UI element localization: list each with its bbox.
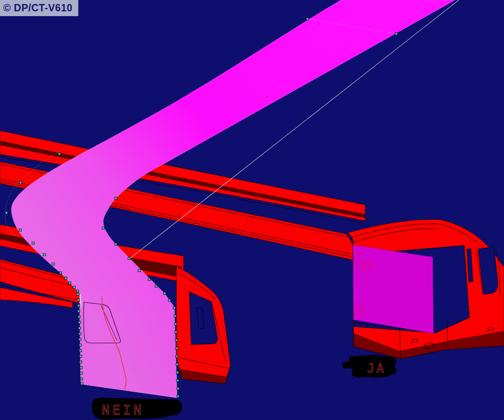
control-point-core xyxy=(164,293,165,294)
control-point-core xyxy=(307,19,308,19)
control-point-core xyxy=(80,350,81,351)
control-point-core xyxy=(78,299,79,300)
control-point-core xyxy=(396,33,397,34)
control-point-core xyxy=(177,364,178,365)
control-point-core xyxy=(81,378,82,379)
control-point-core xyxy=(176,332,176,333)
model-canvas[interactable]: NEIN JA xyxy=(0,0,504,420)
control-point-core xyxy=(20,230,21,231)
control-point-core xyxy=(6,212,7,213)
control-point-core xyxy=(81,367,82,368)
control-point-core xyxy=(60,272,61,273)
control-point-core xyxy=(80,362,81,362)
control-point-core xyxy=(177,372,178,373)
copyright-badge: © DP/CT-V610 xyxy=(0,0,78,16)
control-point-core xyxy=(178,388,178,389)
control-point-core xyxy=(175,324,176,324)
control-point-core xyxy=(176,356,177,357)
control-point-core xyxy=(44,254,45,255)
cad-viewport[interactable]: NEIN JA © DP/CT-V610 xyxy=(0,0,504,420)
control-point-core xyxy=(53,264,54,264)
control-point-core xyxy=(82,383,82,384)
flange-panel-ja[interactable] xyxy=(353,245,433,333)
control-point-core xyxy=(20,182,21,183)
control-point-core xyxy=(59,154,60,154)
control-point-core xyxy=(115,244,116,245)
control-point-core xyxy=(81,373,82,374)
control-point-core xyxy=(74,287,75,288)
control-point-core xyxy=(177,380,178,381)
control-point-core xyxy=(33,243,33,243)
control-point-core xyxy=(78,305,79,306)
control-point-core xyxy=(78,311,79,312)
control-point-core xyxy=(69,283,70,283)
control-point-core xyxy=(175,316,176,316)
control-point-core xyxy=(77,294,78,295)
control-point-core xyxy=(65,278,66,279)
control-point-core xyxy=(115,198,116,199)
control-point-core xyxy=(169,300,170,301)
control-point-core xyxy=(80,356,81,357)
control-point-core xyxy=(129,258,130,259)
control-point-core xyxy=(79,316,79,317)
control-point-core xyxy=(176,348,177,349)
annotation-ja-label: JA xyxy=(367,361,386,375)
control-point-core xyxy=(79,333,80,334)
control-point-core xyxy=(139,270,140,271)
control-point-core xyxy=(77,291,78,291)
control-point-core xyxy=(79,328,80,329)
control-point-core xyxy=(103,228,104,229)
control-point-core xyxy=(156,286,157,287)
control-point-core xyxy=(174,308,175,308)
control-point-core xyxy=(149,279,150,280)
annotation-nein[interactable]: NEIN xyxy=(92,397,182,420)
control-point-core xyxy=(178,396,178,397)
control-point-core xyxy=(176,340,177,341)
copyright-text: © DP/CT-V610 xyxy=(3,2,73,13)
control-point-core xyxy=(80,345,81,345)
control-point-core xyxy=(79,339,80,340)
control-point-core xyxy=(79,322,80,323)
annotation-nein-label: NEIN xyxy=(102,402,144,418)
ja-panel-surface[interactable] xyxy=(353,245,433,333)
